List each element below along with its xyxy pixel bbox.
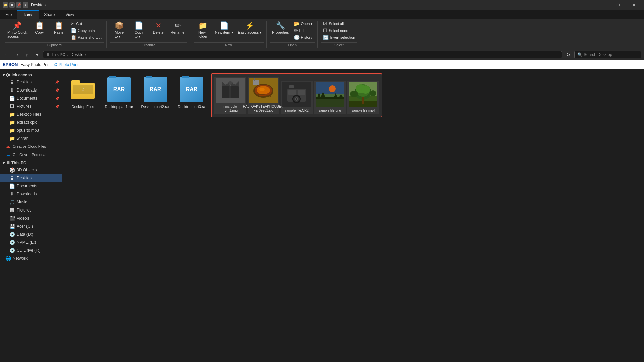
sidebar-item-downloads-quick[interactable]: ⬇ Downloads 📌 <box>0 86 62 94</box>
file-item-desktop-files[interactable]: 🖥 Desktop Files <box>66 73 100 112</box>
open-items: 🔧 Properties 📂 Open ▾ ✏ Edit 🕐 History <box>270 21 315 42</box>
tab-file[interactable]: File <box>0 10 17 19</box>
open-button[interactable]: 📂 Open ▾ <box>292 21 315 27</box>
sidebar: ▾ Quick access 🖥 Desktop 📌 ⬇ Downloads 📌… <box>0 69 62 362</box>
sidebar-item-documents[interactable]: 📄 Documents <box>0 182 62 190</box>
tb-icon-square[interactable]: 🔲 <box>9 2 15 8</box>
photo-print-label: Photo Print <box>59 62 78 67</box>
file-item-rar1[interactable]: RAR Desktop.part1.rar <box>102 73 136 112</box>
sidebar-item-extract-cpio[interactable]: 📁 extract cpio <box>0 118 62 126</box>
selected-item-shirt[interactable]: nmc polo front1.png <box>214 77 246 114</box>
title-bar-icons: 📁 🔲 📌 ▾ <box>3 2 28 8</box>
address-path[interactable]: 🖥 This PC › Desktop <box>43 51 562 58</box>
select-all-button[interactable]: ☑ Select all <box>321 21 357 27</box>
copy-path-button[interactable]: 📄 Copy path <box>69 27 103 34</box>
sidebar-item-desktop-quick[interactable]: 🖥 Desktop 📌 <box>0 78 62 86</box>
organize-items: 📦 Moveto ▾ 📄 Copyto ▾ ✕ Delete ✏ Rename <box>110 21 187 42</box>
tab-share[interactable]: Share <box>39 10 60 19</box>
maximize-button[interactable]: ☐ <box>610 0 626 10</box>
edit-button[interactable]: ✏ Edit <box>292 27 315 34</box>
copy-to-button[interactable]: 📄 Copyto ▾ <box>129 21 148 40</box>
cut-icon: ✂ <box>71 21 75 26</box>
3d-objects-label: 3D Objects <box>17 168 37 172</box>
sidebar-item-winrar[interactable]: 📁 winrar <box>0 134 62 142</box>
quick-access-header[interactable]: ▾ Quick access <box>0 71 62 78</box>
cd-drive-f-icon: 💿 <box>9 248 15 253</box>
close-button[interactable]: ✕ <box>626 0 641 10</box>
new-item-button[interactable]: 📄 New item ▾ <box>213 21 235 36</box>
invert-icon: 🔄 <box>323 35 329 40</box>
svg-rect-23 <box>289 85 294 88</box>
selected-item-mp4[interactable]: sample file.mp4 <box>347 81 379 114</box>
sidebar-item-desktop-files-quick[interactable]: 📁 Desktop Files <box>0 110 62 118</box>
ribbon: File Home Share View 📌 Pin to Quickacces… <box>0 10 644 49</box>
svg-rect-14 <box>254 78 255 81</box>
sidebar-item-downloads[interactable]: ⬇ Downloads <box>0 190 62 198</box>
file-item-rar2[interactable]: RAR Desktop.part2.rar <box>139 73 172 112</box>
copy-button[interactable]: 📋 Copy <box>30 21 49 36</box>
rar3-icon: RAR <box>180 77 203 102</box>
this-pc-arrow: ▾ <box>3 161 5 165</box>
up-button[interactable]: ↑ <box>23 51 31 59</box>
cut-button[interactable]: ✂ Cut <box>69 21 103 27</box>
refresh-button[interactable]: ↻ <box>564 51 572 59</box>
epson-bar: EPSON Easy Photo Print 🖨 Photo Print <box>0 60 644 69</box>
back-button[interactable]: ← <box>3 51 11 59</box>
videos-label: Videos <box>17 216 29 221</box>
tab-view[interactable]: View <box>60 10 79 19</box>
sidebar-item-creative-cloud[interactable]: ☁ Creative Cloud Files <box>0 142 62 150</box>
file-item-rar3[interactable]: RAR Desktop.part3.ra <box>175 73 208 112</box>
recent-button[interactable]: ▾ <box>33 51 41 59</box>
address-bar: ← → ↑ ▾ 🖥 This PC › Desktop ↻ 🔍 Search D… <box>0 49 644 60</box>
sidebar-item-data-d[interactable]: 💿 Data (D:) <box>0 230 62 238</box>
paste-shortcut-button[interactable]: 📋 Paste shortcut <box>69 34 103 40</box>
invert-selection-button[interactable]: 🔄 Invert selection <box>321 34 357 40</box>
tab-home[interactable]: Home <box>17 10 39 19</box>
history-button[interactable]: 🕐 History <box>292 34 315 40</box>
pictures-icon: 🖼 <box>9 207 15 213</box>
rename-button[interactable]: ✏ Rename <box>168 21 187 36</box>
address-desktop: Desktop <box>71 52 86 57</box>
svg-point-12 <box>259 88 265 91</box>
selected-item-steak[interactable]: RAL_OAKSTEAKHOUSE4-FE-09261.jpg <box>248 77 279 114</box>
sidebar-item-opus-to-mp3[interactable]: 📁 opus to mp3 <box>0 126 62 134</box>
sidebar-item-desktop[interactable]: 🖥 Desktop <box>0 174 62 182</box>
move-to-button[interactable]: 📦 Moveto ▾ <box>110 21 129 40</box>
pin-to-quick-access-button[interactable]: 📌 Pin to Quickaccess <box>5 21 29 40</box>
tb-icon-pin[interactable]: 📌 <box>16 2 21 8</box>
select-none-button[interactable]: ☐ Select none <box>321 27 357 34</box>
new-folder-button[interactable]: 📁 Newfolder <box>194 21 212 40</box>
sidebar-item-cd-drive-f[interactable]: 💿 CD Drive (F:) <box>0 246 62 254</box>
tb-icon-dropdown[interactable]: ▾ <box>23 2 28 8</box>
sidebar-item-pictures[interactable]: 🖼 Pictures <box>0 206 62 214</box>
selected-item-cr2[interactable]: sample file.CR2 <box>281 81 313 114</box>
forward-button[interactable]: → <box>13 51 21 59</box>
paste-button[interactable]: 📋 Paste <box>49 21 68 36</box>
downloads-quick-icon: ⬇ <box>9 87 15 93</box>
pictures-label: Pictures <box>17 208 31 213</box>
open-icon: 📂 <box>294 21 300 26</box>
sidebar-item-videos[interactable]: 🎬 Videos <box>0 214 62 222</box>
copy-path-icon: 📄 <box>71 28 76 33</box>
selected-item-dng[interactable]: sample file.dng <box>314 81 346 114</box>
sidebar-item-nvme-e[interactable]: 💿 NVME (E:) <box>0 238 62 246</box>
search-box[interactable]: 🔍 Search Desktop <box>574 51 641 58</box>
nvme-e-icon: 💿 <box>9 240 15 245</box>
delete-button[interactable]: ✕ Delete <box>149 21 168 36</box>
sidebar-item-network[interactable]: 🌐 Network <box>0 254 62 262</box>
minimize-button[interactable]: ─ <box>595 0 610 10</box>
tb-icon-folder[interactable]: 📁 <box>3 2 8 8</box>
easy-access-button[interactable]: ⚡ Easy access ▾ <box>236 21 264 36</box>
search-placeholder: Search Desktop <box>584 52 612 57</box>
this-pc-header[interactable]: ▾ 🖥 This PC <box>0 159 62 166</box>
sidebar-item-pictures-quick[interactable]: 🖼 Pictures 📌 <box>0 102 62 110</box>
clipboard-small-group: ✂ Cut 📄 Copy path 📋 Paste shortcut <box>69 21 103 40</box>
sidebar-item-music[interactable]: 🎵 Music <box>0 198 62 206</box>
sidebar-item-documents-quick[interactable]: 📄 Documents 📌 <box>0 94 62 102</box>
sidebar-item-3d-objects[interactable]: 🎲 3D Objects <box>0 166 62 174</box>
photo-print-button[interactable]: 🖨 Photo Print <box>53 62 78 67</box>
sidebar-item-acer-c[interactable]: 💾 Acer (C:) <box>0 222 62 230</box>
documents-quick-label: Documents <box>17 96 37 101</box>
properties-button[interactable]: 🔧 Properties <box>270 21 291 36</box>
sidebar-item-onedrive[interactable]: ☁ OneDrive - Personal <box>0 150 62 159</box>
